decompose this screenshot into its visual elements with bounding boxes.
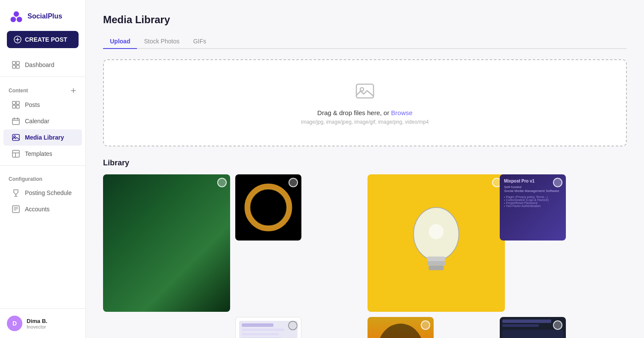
svg-rect-37 [427,256,445,261]
svg-rect-16 [12,119,19,125]
svg-point-34 [247,186,290,229]
library-item-app-dark[interactable]: Mixpost Pro v1 Self-hostedSocial Media M… [500,174,566,241]
sidebar-item-calendar[interactable]: Calendar [3,113,82,129]
browse-link[interactable]: Browse [391,109,413,116]
dashboard-label: Dashboard [25,61,55,68]
plus-icon[interactable] [70,87,77,94]
accounts-icon [12,205,20,213]
svg-point-35 [250,189,287,226]
tab-upload[interactable]: Upload [103,34,137,49]
library-item-leaves[interactable] [103,174,230,312]
svg-point-41 [377,323,424,338]
create-post-button[interactable]: CREATE POST [7,31,79,48]
brand-logo[interactable]: SocialPlus [0,0,85,31]
library-item-dark-ui[interactable] [500,317,566,338]
sidebar-item-accounts[interactable]: Accounts [3,201,82,217]
svg-rect-38 [427,261,445,266]
tab-gifs[interactable]: GIFs [186,34,213,49]
library-title: Library [103,158,627,167]
svg-rect-7 [16,61,19,64]
create-post-label: CREATE POST [25,36,67,43]
schedule-icon [12,189,20,197]
page-title: Media Library [103,14,627,26]
templates-icon [12,150,20,158]
item-select-checkbox[interactable] [553,320,562,330]
svg-point-2 [17,17,22,22]
bulb-svg [388,188,484,298]
sidebar: SocialPlus CREATE POST Dashboard Content [0,0,86,338]
tab-stock-photos[interactable]: Stock Photos [137,34,186,49]
sidebar-item-dashboard[interactable]: Dashboard [3,57,82,73]
svg-rect-13 [16,101,19,104]
svg-rect-9 [16,65,19,68]
main-content: Media Library Upload Stock Photos GIFs D… [86,0,644,338]
user-profile[interactable]: D Dima B. Inovector [0,308,85,338]
grid-icon [12,61,20,69]
svg-rect-20 [12,134,19,140]
svg-rect-39 [428,265,444,270]
svg-point-1 [11,17,16,22]
svg-point-0 [14,11,19,17]
logo-icon [9,9,24,24]
library-item-ring[interactable] [235,174,301,241]
calendar-label: Calendar [25,118,49,125]
item-select-checkbox[interactable] [421,320,430,330]
item-select-checkbox[interactable] [288,321,298,330]
svg-rect-22 [12,150,19,157]
sidebar-item-posting-schedule[interactable]: Posting Schedule [3,185,82,201]
svg-rect-6 [12,61,15,64]
library-item-sunset[interactable] [368,317,434,338]
media-library-label: Media Library [25,134,64,141]
item-select-checkbox[interactable] [217,178,227,187]
upload-formats: image/jpg, image/jpeg, image/gif, image/… [301,119,429,125]
library-grid: Mixpost Pro v1 Self-hostedSocial Media M… [103,174,627,338]
upload-icon [355,81,375,103]
tabs: Upload Stock Photos GIFs [103,34,627,49]
posting-schedule-label: Posting Schedule [25,189,72,196]
svg-point-40 [428,224,444,239]
svg-rect-28 [12,206,19,213]
divider-2 [0,165,85,166]
user-name: Dima B. [27,318,47,324]
svg-rect-12 [12,101,15,104]
sidebar-item-media-library[interactable]: Media Library [3,129,82,146]
upload-dropzone[interactable]: Drag & drop files here, or Browse image/… [103,59,627,146]
library-item-bulb[interactable] [368,174,505,312]
item-select-checkbox[interactable] [553,178,562,187]
svg-rect-15 [16,105,19,108]
plus-circle-icon [14,36,21,43]
templates-label: Templates [25,150,52,157]
avatar: D [7,316,22,331]
sidebar-item-posts[interactable]: Posts [3,97,82,113]
user-company: Inovector [27,324,47,329]
sidebar-item-templates[interactable]: Templates [3,146,82,162]
posts-label: Posts [25,101,40,108]
brand-name: SocialPlus [27,12,62,20]
calendar-icon [12,117,20,125]
library-item-dashboard-light[interactable] [235,317,301,338]
svg-rect-14 [12,105,15,108]
accounts-label: Accounts [25,206,50,213]
item-select-checkbox[interactable] [289,178,298,187]
posts-icon [12,101,20,109]
upload-text: Drag & drop files here, or Browse [317,109,413,116]
divider-1 [0,76,85,77]
image-icon [12,134,20,141]
svg-rect-32 [356,84,374,98]
content-section-label: Content [0,80,85,97]
svg-marker-25 [14,190,18,195]
svg-rect-8 [12,65,15,68]
config-section-label: Configuration [0,169,85,185]
